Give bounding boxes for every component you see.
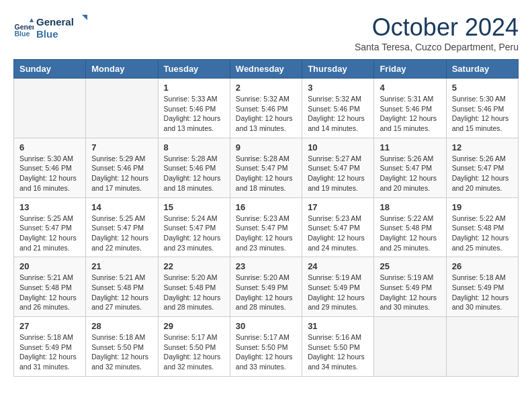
calendar-week-row: 20Sunrise: 5:21 AM Sunset: 5:48 PM Dayli… (14, 257, 519, 317)
calendar-cell: 16Sunrise: 5:23 AM Sunset: 5:47 PM Dayli… (230, 197, 302, 257)
day-info: Sunrise: 5:25 AM Sunset: 5:47 PM Dayligh… (19, 214, 80, 253)
calendar-cell: 31Sunrise: 5:16 AM Sunset: 5:50 PM Dayli… (302, 317, 374, 377)
calendar-cell: 27Sunrise: 5:18 AM Sunset: 5:49 PM Dayli… (14, 317, 86, 377)
day-info: Sunrise: 5:23 AM Sunset: 5:47 PM Dayligh… (236, 214, 296, 253)
day-number: 17 (308, 202, 368, 212)
day-number: 29 (164, 321, 224, 331)
day-info: Sunrise: 5:26 AM Sunset: 5:47 PM Dayligh… (452, 154, 513, 193)
day-info: Sunrise: 5:19 AM Sunset: 5:49 PM Dayligh… (380, 273, 440, 312)
calendar-cell: 11Sunrise: 5:26 AM Sunset: 5:47 PM Dayli… (374, 138, 446, 197)
svg-marker-5 (82, 15, 87, 20)
calendar-cell: 6Sunrise: 5:30 AM Sunset: 5:46 PM Daylig… (14, 138, 86, 197)
calendar-cell: 18Sunrise: 5:22 AM Sunset: 5:48 PM Dayli… (374, 197, 446, 257)
calendar-cell: 20Sunrise: 5:21 AM Sunset: 5:48 PM Dayli… (14, 257, 86, 317)
weekday-header: Thursday (302, 60, 374, 79)
calendar-cell (86, 79, 158, 138)
svg-text:General: General (36, 16, 74, 28)
day-number: 25 (380, 261, 440, 271)
calendar-cell: 17Sunrise: 5:23 AM Sunset: 5:47 PM Dayli… (302, 197, 374, 257)
day-number: 31 (308, 321, 368, 331)
calendar-header-row: SundayMondayTuesdayWednesdayThursdayFrid… (14, 60, 519, 79)
day-info: Sunrise: 5:18 AM Sunset: 5:49 PM Dayligh… (452, 273, 513, 312)
day-number: 6 (19, 142, 80, 152)
calendar-cell: 22Sunrise: 5:20 AM Sunset: 5:48 PM Dayli… (158, 257, 230, 317)
calendar: SundayMondayTuesdayWednesdayThursdayFrid… (13, 59, 519, 377)
day-info: Sunrise: 5:20 AM Sunset: 5:49 PM Dayligh… (236, 273, 296, 312)
svg-text:Blue: Blue (15, 30, 30, 38)
day-info: Sunrise: 5:26 AM Sunset: 5:47 PM Dayligh… (380, 154, 440, 193)
calendar-body: 1Sunrise: 5:33 AM Sunset: 5:46 PM Daylig… (14, 79, 519, 377)
calendar-cell (374, 317, 446, 377)
day-info: Sunrise: 5:32 AM Sunset: 5:46 PM Dayligh… (236, 94, 296, 134)
calendar-cell: 25Sunrise: 5:19 AM Sunset: 5:49 PM Dayli… (374, 257, 446, 317)
weekday-header: Saturday (446, 60, 518, 79)
day-number: 11 (380, 142, 440, 152)
calendar-week-row: 6Sunrise: 5:30 AM Sunset: 5:46 PM Daylig… (14, 138, 519, 197)
day-number: 12 (452, 142, 513, 152)
calendar-cell (14, 79, 86, 138)
calendar-week-row: 27Sunrise: 5:18 AM Sunset: 5:49 PM Dayli… (14, 317, 519, 377)
calendar-cell: 14Sunrise: 5:25 AM Sunset: 5:47 PM Dayli… (86, 197, 158, 257)
day-info: Sunrise: 5:18 AM Sunset: 5:50 PM Dayligh… (91, 332, 152, 372)
page-header: General Blue General Blue October 2024 S… (13, 13, 519, 52)
calendar-cell: 10Sunrise: 5:27 AM Sunset: 5:47 PM Dayli… (302, 138, 374, 197)
svg-text:Blue: Blue (36, 28, 58, 40)
day-number: 9 (236, 142, 296, 152)
day-number: 4 (380, 83, 440, 93)
calendar-cell: 3Sunrise: 5:32 AM Sunset: 5:46 PM Daylig… (302, 79, 374, 138)
day-number: 7 (91, 142, 152, 152)
day-number: 13 (19, 202, 80, 212)
day-info: Sunrise: 5:22 AM Sunset: 5:48 PM Dayligh… (380, 214, 440, 253)
day-info: Sunrise: 5:20 AM Sunset: 5:48 PM Dayligh… (164, 273, 224, 312)
day-number: 28 (91, 321, 152, 331)
day-number: 27 (19, 321, 80, 331)
weekday-header: Sunday (14, 60, 86, 79)
day-info: Sunrise: 5:18 AM Sunset: 5:49 PM Dayligh… (19, 332, 80, 372)
calendar-cell: 19Sunrise: 5:22 AM Sunset: 5:48 PM Dayli… (446, 197, 518, 257)
day-info: Sunrise: 5:25 AM Sunset: 5:47 PM Dayligh… (91, 214, 152, 253)
day-info: Sunrise: 5:28 AM Sunset: 5:47 PM Dayligh… (236, 154, 296, 193)
day-info: Sunrise: 5:17 AM Sunset: 5:50 PM Dayligh… (236, 332, 296, 372)
calendar-cell: 1Sunrise: 5:33 AM Sunset: 5:46 PM Daylig… (158, 79, 230, 138)
day-number: 21 (91, 261, 152, 271)
day-number: 19 (452, 202, 513, 212)
logo: General Blue General Blue (13, 13, 90, 44)
calendar-cell: 13Sunrise: 5:25 AM Sunset: 5:47 PM Dayli… (14, 197, 86, 257)
day-number: 30 (236, 321, 296, 331)
calendar-cell: 7Sunrise: 5:29 AM Sunset: 5:46 PM Daylig… (86, 138, 158, 197)
logo-text: General Blue (36, 13, 90, 44)
day-info: Sunrise: 5:27 AM Sunset: 5:47 PM Dayligh… (308, 154, 368, 193)
calendar-cell: 15Sunrise: 5:24 AM Sunset: 5:47 PM Dayli… (158, 197, 230, 257)
calendar-cell: 30Sunrise: 5:17 AM Sunset: 5:50 PM Dayli… (230, 317, 302, 377)
day-number: 10 (308, 142, 368, 152)
day-info: Sunrise: 5:23 AM Sunset: 5:47 PM Dayligh… (308, 214, 368, 253)
calendar-cell: 2Sunrise: 5:32 AM Sunset: 5:46 PM Daylig… (230, 79, 302, 138)
day-info: Sunrise: 5:30 AM Sunset: 5:46 PM Dayligh… (19, 154, 80, 193)
day-info: Sunrise: 5:19 AM Sunset: 5:49 PM Dayligh… (308, 273, 368, 312)
title-section: October 2024 Santa Teresa, Cuzco Departm… (355, 13, 519, 52)
day-number: 2 (236, 83, 296, 93)
day-number: 15 (164, 202, 224, 212)
day-info: Sunrise: 5:22 AM Sunset: 5:48 PM Dayligh… (452, 214, 513, 253)
day-info: Sunrise: 5:17 AM Sunset: 5:50 PM Dayligh… (164, 332, 224, 372)
calendar-cell: 4Sunrise: 5:31 AM Sunset: 5:46 PM Daylig… (374, 79, 446, 138)
weekday-header: Monday (86, 60, 158, 79)
day-number: 5 (452, 83, 513, 93)
calendar-cell: 12Sunrise: 5:26 AM Sunset: 5:47 PM Dayli… (446, 138, 518, 197)
calendar-cell: 23Sunrise: 5:20 AM Sunset: 5:49 PM Dayli… (230, 257, 302, 317)
day-number: 3 (308, 83, 368, 93)
day-info: Sunrise: 5:21 AM Sunset: 5:48 PM Dayligh… (19, 273, 80, 312)
day-number: 24 (308, 261, 368, 271)
calendar-cell: 28Sunrise: 5:18 AM Sunset: 5:50 PM Dayli… (86, 317, 158, 377)
day-number: 20 (19, 261, 80, 271)
calendar-cell: 8Sunrise: 5:28 AM Sunset: 5:46 PM Daylig… (158, 138, 230, 197)
weekday-header: Friday (374, 60, 446, 79)
weekday-header: Tuesday (158, 60, 230, 79)
svg-marker-2 (30, 18, 34, 22)
day-number: 22 (164, 261, 224, 271)
calendar-cell: 26Sunrise: 5:18 AM Sunset: 5:49 PM Dayli… (446, 257, 518, 317)
calendar-cell: 21Sunrise: 5:21 AM Sunset: 5:48 PM Dayli… (86, 257, 158, 317)
logo-icon: General Blue (13, 18, 34, 38)
day-number: 16 (236, 202, 296, 212)
calendar-cell: 9Sunrise: 5:28 AM Sunset: 5:47 PM Daylig… (230, 138, 302, 197)
